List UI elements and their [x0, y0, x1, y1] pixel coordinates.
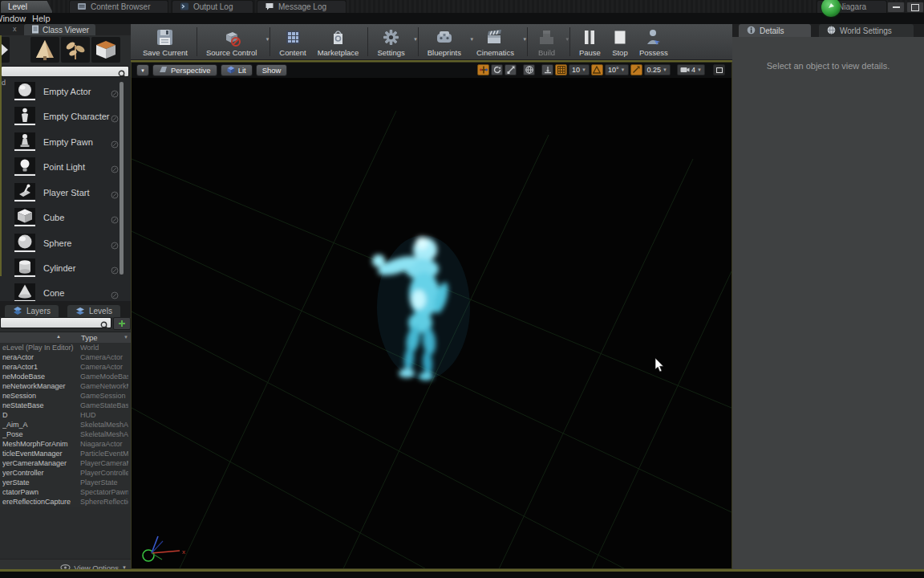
tab-content-browser[interactable]: Content Browser [69, 0, 168, 13]
drag-grip-icon[interactable] [111, 112, 119, 126]
menu-window[interactable]: Window [0, 13, 30, 24]
table-row[interactable]: yerControllerPlayerController [0, 468, 131, 478]
table-row[interactable]: ticleEventManagerParticleEventMa [0, 449, 131, 458]
viewport-options-button[interactable]: ▼ [136, 64, 149, 76]
outliner-row-name: MeshMorphForAnim [2, 439, 78, 449]
list-item-cube[interactable]: Cube [0, 206, 120, 230]
table-row[interactable]: eLevel (Play In Editor)World [0, 343, 131, 352]
settings-label: Settings [377, 48, 404, 57]
table-row[interactable]: ereReflectionCaptureSphereReflectio [0, 497, 131, 507]
main-toolbar: Save Current Source Control ▾ Content Ma… [131, 24, 732, 60]
scale-tool-button[interactable] [505, 64, 517, 75]
tab-level[interactable]: Level [0, 0, 53, 13]
settings-button[interactable]: Settings ▾ [371, 26, 414, 58]
drag-grip-icon[interactable] [111, 162, 119, 177]
drag-grip-icon[interactable] [111, 213, 119, 227]
camera-speed-control[interactable]: 4 ▼ [677, 64, 705, 75]
bottom-strip [0, 572, 924, 578]
lit-button[interactable]: Lit [221, 64, 253, 76]
tab-class-viewer[interactable]: Class Viewer [24, 24, 95, 35]
pause-button[interactable]: Pause [573, 26, 606, 58]
chevron-down-icon[interactable]: ▼ [124, 335, 128, 340]
table-row[interactable]: yerCameraManagerPlayerCameraM [0, 458, 131, 468]
move-tool-button[interactable] [477, 64, 489, 75]
table-row[interactable]: _Aim_ASkeletalMeshAct [0, 420, 131, 429]
table-row[interactable]: DHUD [0, 410, 131, 420]
thumb-underline [14, 250, 35, 252]
tab-message-log[interactable]: Message Log [257, 0, 346, 13]
dropdown-caret-icon[interactable]: ▾ [523, 36, 526, 43]
content-button[interactable]: Content [274, 26, 311, 58]
scale-snap-value[interactable]: 0.25▼ [644, 64, 671, 75]
drag-grip-icon[interactable] [111, 263, 119, 278]
list-item-empty-pawn[interactable]: Empty Pawn [0, 131, 120, 155]
save-current-button[interactable]: Save Current [137, 26, 193, 58]
list-item-player-start[interactable]: Player Start [0, 181, 120, 206]
surface-snap-button[interactable] [541, 64, 553, 75]
outliner-row-type: GameStateBase [80, 401, 128, 410]
tab-output-log[interactable]: Output Log [172, 0, 253, 13]
table-row[interactable]: neNetworkManagerGameNetworkMa [0, 381, 131, 391]
type-column-header[interactable]: Type [81, 333, 98, 342]
maximize-button[interactable] [906, 2, 924, 13]
stop-button[interactable]: Stop [606, 26, 634, 58]
drag-grip-icon[interactable] [111, 87, 119, 101]
tab-levels[interactable]: Levels [67, 305, 120, 317]
table-row[interactable]: neSessionGameSession [0, 391, 131, 401]
scale-snap-button[interactable] [630, 64, 642, 75]
tab-world-settings[interactable]: World Settings [819, 24, 914, 37]
rotation-snap-value[interactable]: 10°▼ [605, 64, 629, 75]
close-icon[interactable]: x [13, 25, 17, 33]
table-row[interactable]: neStateBaseGameStateBase [0, 401, 131, 410]
pause-icon [582, 27, 598, 47]
tab-layers[interactable]: Layers [5, 305, 59, 317]
show-button[interactable]: Show [256, 64, 288, 76]
possess-label: Possess [639, 48, 668, 57]
perspective-button[interactable]: Perspective [152, 64, 217, 76]
marketplace-button[interactable]: Marketplace [312, 26, 365, 58]
table-row[interactable]: _PoseSkeletalMeshAct [0, 429, 131, 439]
rotation-snap-button[interactable] [591, 64, 603, 75]
table-row[interactable]: neraActor1CameraActor [0, 362, 131, 372]
list-item-cylinder[interactable]: Cylinder [0, 257, 120, 281]
viewport[interactable]: ▼ Perspective Lit Show [131, 62, 732, 569]
list-item-empty-character[interactable]: Empty Character [0, 105, 120, 129]
table-row[interactable]: MeshMorphForAnimNiagaraActor [0, 439, 131, 449]
outliner-row-name: yerCameraManager [2, 458, 78, 468]
outliner-search-input[interactable] [3, 318, 91, 328]
blueprints-button[interactable]: Blueprints ▾ [422, 26, 471, 58]
list-item-empty-actor[interactable]: Empty Actor [0, 80, 120, 104]
drag-grip-icon[interactable] [111, 188, 119, 202]
table-row[interactable]: neraActorCameraActor [0, 352, 131, 362]
cinematics-button[interactable]: Cinematics ▾ [471, 26, 524, 58]
world-coordinate-button[interactable] [523, 64, 535, 75]
grid-snap-value[interactable]: 10▼ [569, 64, 590, 75]
grid-snap-button[interactable] [555, 64, 567, 75]
add-actor-button[interactable] [113, 317, 131, 330]
sort-arrow-icon[interactable]: ▲ [56, 334, 61, 339]
menu-help[interactable]: Help [27, 13, 55, 24]
maximize-viewport-button[interactable] [713, 64, 725, 75]
outliner-row-type: World [80, 343, 128, 352]
geometry-mode-icon[interactable] [91, 37, 120, 63]
possess-button[interactable]: Possess [634, 26, 674, 58]
rotate-tool-button[interactable] [491, 64, 503, 75]
landscape-mode-icon[interactable] [30, 37, 59, 63]
table-row[interactable]: yerStatePlayerState [0, 478, 131, 487]
table-row[interactable]: neModeBaseGameModeBase [0, 372, 131, 381]
class-search-input[interactable] [4, 67, 105, 76]
niagara-logo-icon [821, 0, 841, 17]
drag-grip-icon[interactable] [111, 238, 119, 253]
list-item-point-light[interactable]: Point Light [0, 156, 120, 180]
layers-icon [13, 306, 22, 317]
table-row[interactable]: ctatorPawnSpectatorPawn [0, 487, 131, 497]
tab-details[interactable]: Details [739, 24, 811, 37]
foliage-mode-icon[interactable] [61, 37, 90, 63]
dropdown-caret-icon[interactable]: ▾ [414, 36, 417, 43]
minimize-button[interactable] [887, 2, 905, 13]
dropdown-caret-icon[interactable]: ▾ [266, 36, 270, 43]
lit-mode-icon [227, 66, 235, 75]
source-control-button[interactable]: Source Control ▾ [201, 26, 266, 58]
list-item-sphere[interactable]: Sphere [0, 232, 120, 256]
drag-grip-icon[interactable] [111, 137, 119, 152]
